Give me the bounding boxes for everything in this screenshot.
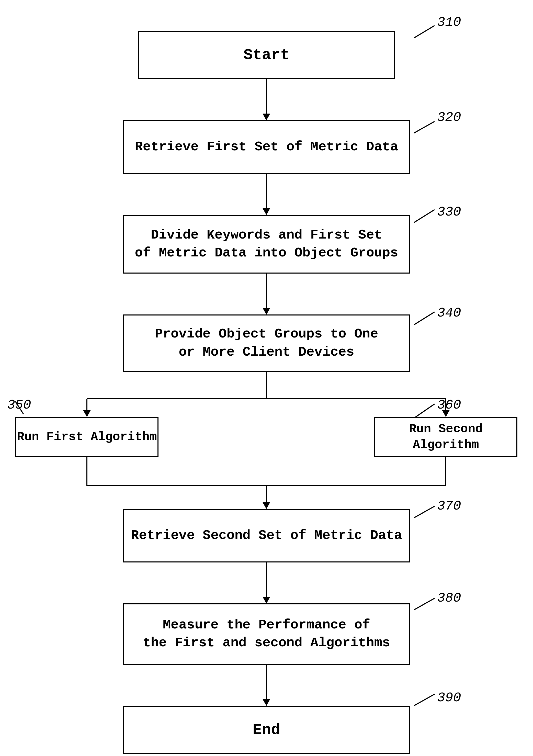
svg-marker-1 <box>263 114 270 120</box>
svg-line-25 <box>414 312 435 325</box>
ref-330: 330 <box>437 204 461 220</box>
svg-line-29 <box>414 598 435 610</box>
ref-350: 350 <box>7 397 31 413</box>
step-370-box: Retrieve Second Set of Metric Data <box>123 509 410 562</box>
svg-line-27 <box>414 404 435 418</box>
ref-390: 390 <box>437 690 461 705</box>
step-340-box: Provide Object Groups to Oneor More Clie… <box>123 314 410 372</box>
step-340-label: Provide Object Groups to Oneor More Clie… <box>155 325 378 361</box>
ref-370: 370 <box>437 499 461 514</box>
step-330-label: Divide Keywords and First Setof Metric D… <box>135 226 398 262</box>
svg-line-24 <box>414 210 435 223</box>
ref-310: 310 <box>437 15 461 30</box>
svg-marker-3 <box>263 208 270 215</box>
step-380-box: Measure the Performance ofthe First and … <box>123 603 410 665</box>
step-330-box: Divide Keywords and First Setof Metric D… <box>123 215 410 274</box>
start-box: Start <box>138 31 395 79</box>
svg-line-22 <box>414 26 435 38</box>
step-360-box: Run Second Algorithm <box>374 417 518 457</box>
svg-line-28 <box>414 506 435 518</box>
step-380-label: Measure the Performance ofthe First and … <box>143 616 390 652</box>
end-box: End <box>123 706 410 754</box>
diagram-container: Start 310 Retrieve First Set of Metric D… <box>0 0 533 756</box>
svg-marker-21 <box>263 699 270 706</box>
ref-380: 380 <box>437 591 461 606</box>
svg-line-30 <box>414 694 435 706</box>
step-320-box: Retrieve First Set of Metric Data <box>123 120 410 174</box>
svg-marker-19 <box>263 597 270 603</box>
svg-marker-17 <box>263 502 270 509</box>
step-350-box: Run First Algorithm <box>15 417 158 457</box>
ref-340: 340 <box>437 306 461 321</box>
ref-360: 360 <box>437 397 461 413</box>
svg-marker-5 <box>263 308 270 314</box>
svg-marker-10 <box>83 410 91 417</box>
ref-320: 320 <box>437 110 461 125</box>
svg-line-23 <box>414 122 435 133</box>
